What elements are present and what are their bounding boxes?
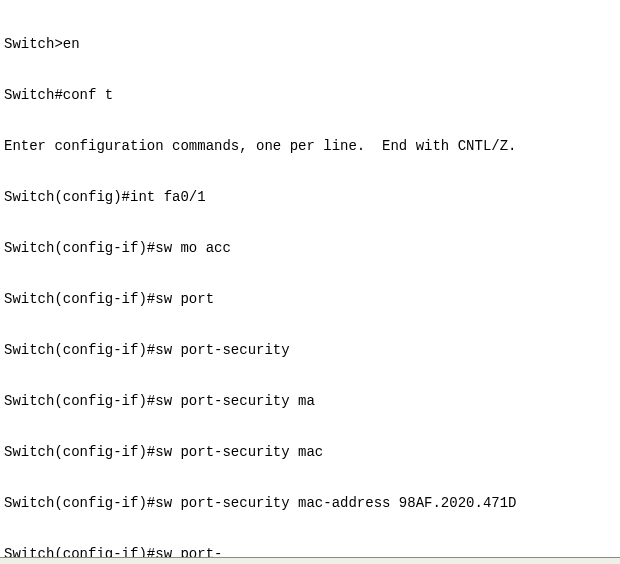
terminal-line: Switch(config)#int fa0/1 bbox=[4, 189, 616, 206]
terminal-line: Switch(config-if)#sw port-security ma bbox=[4, 393, 616, 410]
terminal-line: Enter configuration commands, one per li… bbox=[4, 138, 616, 155]
terminal-line: Switch(config-if)#sw port-security mac-a… bbox=[4, 495, 616, 512]
terminal-output[interactable]: Switch>en Switch#conf t Enter configurat… bbox=[0, 0, 620, 564]
terminal-line: Switch#conf t bbox=[4, 87, 616, 104]
window-border-bottom bbox=[0, 557, 620, 564]
terminal-line: Switch(config-if)#sw port-security bbox=[4, 342, 616, 359]
terminal-line: Switch(config-if)#sw mo acc bbox=[4, 240, 616, 257]
terminal-line: Switch(config-if)#sw port-security mac bbox=[4, 444, 616, 461]
terminal-line: Switch>en bbox=[4, 36, 616, 53]
terminal-line: Switch(config-if)#sw port bbox=[4, 291, 616, 308]
